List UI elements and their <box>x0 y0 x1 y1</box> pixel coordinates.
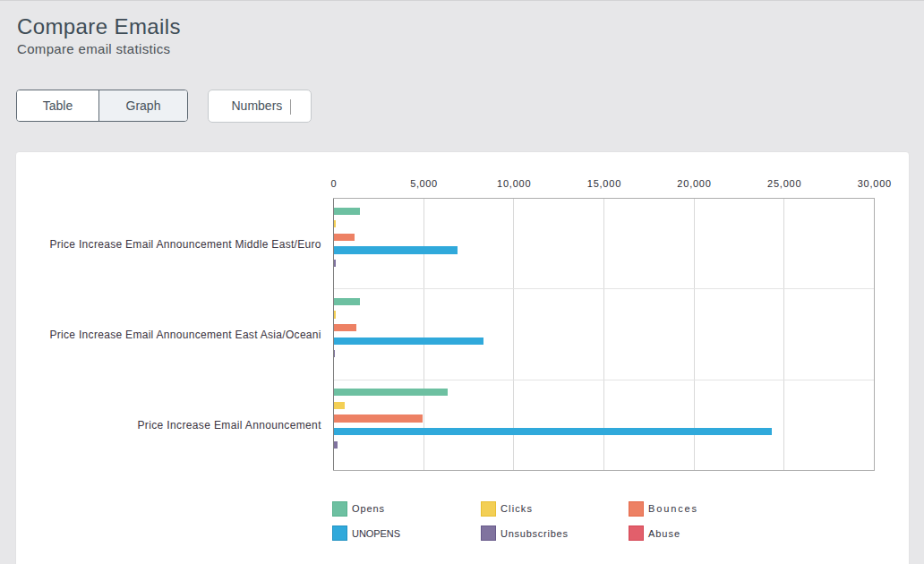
svg-text:Unsubscribes: Unsubscribes <box>500 527 569 538</box>
svg-text:30,000: 30,000 <box>858 178 892 189</box>
svg-text:Price Increase Email Announcem: Price Increase Email Announcement <box>138 419 322 432</box>
svg-text:0: 0 <box>330 178 336 189</box>
svg-text:Opens: Opens <box>352 503 385 514</box>
svg-text:Price Increase Email Announcem: Price Increase Email Announcement East A… <box>50 329 321 341</box>
svg-text:Price Increase Email Announcem: Price Increase Email Announcement Middle… <box>50 238 321 251</box>
svg-text:5,000: 5,000 <box>410 178 437 189</box>
svg-text:25,000: 25,000 <box>767 178 801 189</box>
svg-text:UNOPENS: UNOPENS <box>352 527 400 538</box>
svg-text:Bounces: Bounces <box>648 503 697 514</box>
svg-text:15,000: 15,000 <box>587 178 621 189</box>
svg-text:Clicks: Clicks <box>500 503 533 514</box>
svg-text:Abuse: Abuse <box>648 527 680 538</box>
svg-text:10,000: 10,000 <box>497 178 531 189</box>
svg-text:20,000: 20,000 <box>677 178 711 189</box>
